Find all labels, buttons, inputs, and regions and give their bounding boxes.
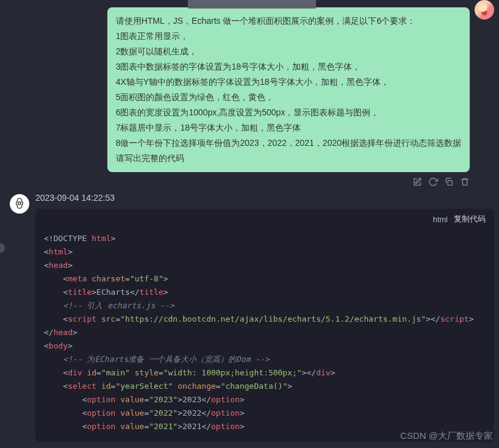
onchange-val: changeData() bbox=[225, 381, 282, 391]
opt-text: 2023 bbox=[182, 395, 201, 404]
timestamp: 2023-09-04 14:22:53 bbox=[35, 193, 494, 203]
charset-val: utf-8 bbox=[135, 274, 159, 283]
user-message: 请使用HTML，JS，Echarts 做一个堆积面积图展示的案例，满足以下6个要… bbox=[0, 0, 499, 172]
delete-icon[interactable] bbox=[460, 177, 470, 187]
svg-point-1 bbox=[18, 202, 21, 205]
opt-text: 2021 bbox=[182, 422, 201, 431]
user-line: 6图表的宽度设置为1000px,高度设置为500px，显示图表标题与图例， bbox=[116, 105, 461, 120]
user-line: 请使用HTML，JS，Echarts 做一个堆积面积图展示的案例，满足以下6个要… bbox=[116, 13, 461, 29]
main-id: main bbox=[106, 368, 125, 377]
code-content[interactable]: <!DOCTYPE html> <html> <head> <meta char… bbox=[35, 229, 494, 442]
code-header: html 复制代码 bbox=[35, 209, 494, 229]
user-avatar bbox=[475, 0, 494, 20]
refresh-icon[interactable] bbox=[428, 177, 438, 187]
openai-icon bbox=[13, 197, 26, 211]
user-line: 7标题居中显示，18号字体大小，加粗，黑色字体 bbox=[116, 120, 461, 135]
user-line: 请写出完整的代码 bbox=[116, 151, 461, 166]
comment2: 为ECharts准备 一个具备大小（宽高）的Dom bbox=[82, 355, 256, 364]
user-line: 2数据可以随机生成， bbox=[116, 44, 461, 59]
edit-icon[interactable] bbox=[412, 177, 422, 187]
user-line: 5面积图的颜色设置为绿色，红色，黄色， bbox=[116, 90, 461, 105]
script-src: https://cdn.bootcdn.net/ajax/libs/echart… bbox=[125, 314, 421, 323]
select-id: yearSelect bbox=[120, 381, 168, 391]
svg-rect-0 bbox=[448, 181, 452, 185]
message-actions bbox=[0, 172, 499, 189]
user-line: 4X轴与Y轴中的数据标签的字体设置为18号字体大小，加粗，黑色字体， bbox=[116, 74, 461, 90]
opt-val: 2021 bbox=[154, 422, 173, 431]
comment1: 引入 echarts.js bbox=[82, 301, 160, 310]
copy-icon[interactable] bbox=[444, 177, 454, 187]
code-lang: html bbox=[433, 215, 448, 224]
ai-avatar bbox=[10, 194, 29, 214]
opt-val: 2022 bbox=[154, 408, 173, 417]
assistant-message: 2023-09-04 14:22:53 html 复制代码 <!DOCTYPE … bbox=[0, 189, 499, 442]
opt-text: 2022 bbox=[182, 408, 201, 417]
user-bubble: 请使用HTML，JS，Echarts 做一个堆积面积图展示的案例，满足以下6个要… bbox=[107, 7, 470, 172]
user-line: 1图表正常用显示， bbox=[116, 29, 461, 44]
redaction-bar bbox=[188, 0, 316, 9]
user-line: 8做一个年份下拉选择项年份值为2023，2022，2021，2020根据选择年份… bbox=[116, 135, 461, 151]
code-block: html 复制代码 <!DOCTYPE html> <html> <head> … bbox=[35, 209, 494, 442]
user-line: 3图表中数据标签的字体设置为18号字体大小，加粗，黑色字体， bbox=[116, 59, 461, 74]
main-style: width: 1000px;height:500px; bbox=[168, 368, 297, 377]
copy-button[interactable]: 复制代码 bbox=[454, 214, 486, 225]
title-text: ECharts bbox=[96, 287, 130, 297]
opt-val: 2023 bbox=[154, 395, 173, 404]
